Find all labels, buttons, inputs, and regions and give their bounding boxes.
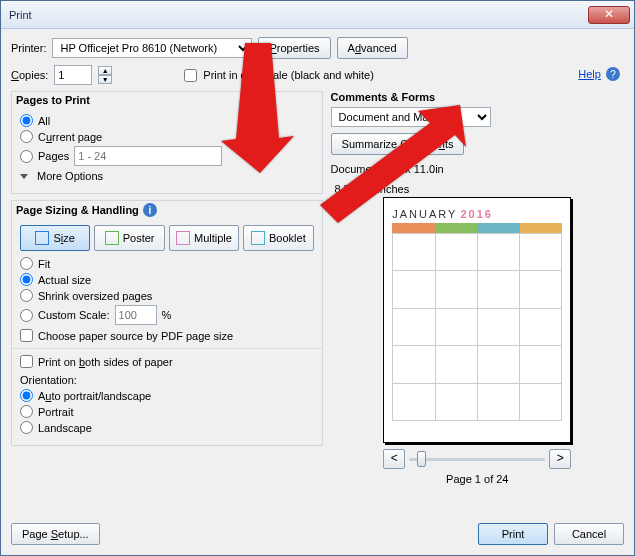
preview-area: 8.5 x 11 Inches JANUARY2016 < bbox=[331, 183, 624, 485]
close-button[interactable]: ✕ bbox=[588, 6, 630, 24]
cancel-button[interactable]: Cancel bbox=[554, 523, 624, 545]
scale-input bbox=[115, 305, 157, 325]
fit-radio[interactable] bbox=[20, 257, 33, 270]
poster-icon bbox=[105, 231, 119, 245]
more-options-toggle[interactable]: More Options bbox=[37, 170, 103, 182]
booklet-button[interactable]: Booklet bbox=[243, 225, 313, 251]
custom-scale-radio[interactable] bbox=[20, 309, 33, 322]
orientation-label: Orientation: bbox=[20, 374, 314, 386]
comments-forms-select[interactable]: Document and Markups bbox=[331, 107, 491, 127]
both-sides-checkbox[interactable] bbox=[20, 355, 33, 368]
document-dimensions: Document: 8.5 x 11.0in bbox=[331, 163, 624, 175]
multiple-button[interactable]: Multiple bbox=[169, 225, 239, 251]
size-icon bbox=[35, 231, 49, 245]
current-label: Current page bbox=[38, 131, 102, 143]
auto-orient-label: Auto portrait/landscape bbox=[38, 390, 151, 402]
print-button[interactable]: Print bbox=[478, 523, 548, 545]
auto-orient-radio[interactable] bbox=[20, 389, 33, 402]
calendar-grid bbox=[392, 233, 562, 421]
portrait-label: Portrait bbox=[38, 406, 73, 418]
choose-paper-checkbox[interactable] bbox=[20, 329, 33, 342]
fit-label: Fit bbox=[38, 258, 50, 270]
grayscale-label: Print in grayscale (black and white) bbox=[203, 69, 374, 81]
page-preview: JANUARY2016 bbox=[383, 197, 571, 443]
shrink-radio[interactable] bbox=[20, 289, 33, 302]
poster-button[interactable]: Poster bbox=[94, 225, 164, 251]
comments-title: Comments & Forms bbox=[331, 91, 624, 103]
pages-radio-label: Pages bbox=[38, 150, 69, 162]
both-sides-label: Print on both sides of paper bbox=[38, 356, 173, 368]
actual-label: Actual size bbox=[38, 274, 91, 286]
slider-thumb[interactable] bbox=[417, 451, 426, 467]
all-label: All bbox=[38, 115, 50, 127]
pages-radio[interactable] bbox=[20, 150, 33, 163]
pages-title: Pages to Print bbox=[12, 92, 322, 108]
copies-label: Copies: bbox=[11, 69, 48, 81]
all-radio[interactable] bbox=[20, 114, 33, 127]
booklet-icon bbox=[251, 231, 265, 245]
landscape-label: Landscape bbox=[38, 422, 92, 434]
chevron-down-icon bbox=[20, 174, 28, 179]
page-slider[interactable] bbox=[409, 458, 545, 461]
portrait-radio[interactable] bbox=[20, 405, 33, 418]
prev-page-button[interactable]: < bbox=[383, 449, 405, 469]
sizing-title: Page Sizing & Handlingi bbox=[12, 201, 322, 219]
choose-paper-label: Choose paper source by PDF page size bbox=[38, 330, 233, 342]
help-icon[interactable]: i bbox=[143, 203, 157, 217]
calendar-title: JANUARY2016 bbox=[392, 208, 562, 220]
grayscale-checkbox[interactable] bbox=[184, 69, 197, 82]
summarize-comments-button[interactable]: Summarize Comments bbox=[331, 133, 465, 155]
pages-to-print-group: Pages to Print All Current page Pages Mo… bbox=[11, 91, 323, 194]
landscape-radio[interactable] bbox=[20, 421, 33, 434]
shrink-label: Shrink oversized pages bbox=[38, 290, 152, 302]
size-button[interactable]: Size bbox=[20, 225, 90, 251]
percent-label: % bbox=[162, 309, 172, 321]
page-of-label: Page 1 of 24 bbox=[446, 473, 508, 485]
advanced-button[interactable]: Advanced bbox=[337, 37, 408, 59]
printer-label: Printer: bbox=[11, 42, 46, 54]
pages-range-input[interactable] bbox=[74, 146, 222, 166]
help-link[interactable]: Help ? bbox=[578, 67, 620, 81]
help-icon: ? bbox=[606, 67, 620, 81]
multiple-icon bbox=[176, 231, 190, 245]
window-title: Print bbox=[9, 9, 588, 21]
current-radio[interactable] bbox=[20, 130, 33, 143]
actual-radio[interactable] bbox=[20, 273, 33, 286]
custom-scale-label: Custom Scale: bbox=[38, 309, 110, 321]
page-setup-button[interactable]: Page Setup... bbox=[11, 523, 100, 545]
printer-select[interactable]: HP Officejet Pro 8610 (Network) bbox=[52, 38, 252, 58]
copies-input[interactable] bbox=[54, 65, 92, 85]
copies-spinner[interactable]: ▲▼ bbox=[98, 66, 112, 84]
titlebar: Print ✕ bbox=[1, 1, 634, 29]
preview-size-label: 8.5 x 11 Inches bbox=[331, 183, 410, 195]
comments-forms-group: Comments & Forms Document and Markups Su… bbox=[331, 91, 624, 179]
properties-button[interactable]: Properties bbox=[258, 37, 330, 59]
sizing-handling-group: Page Sizing & Handlingi Size Poster Mult… bbox=[11, 200, 323, 446]
next-page-button[interactable]: > bbox=[549, 449, 571, 469]
